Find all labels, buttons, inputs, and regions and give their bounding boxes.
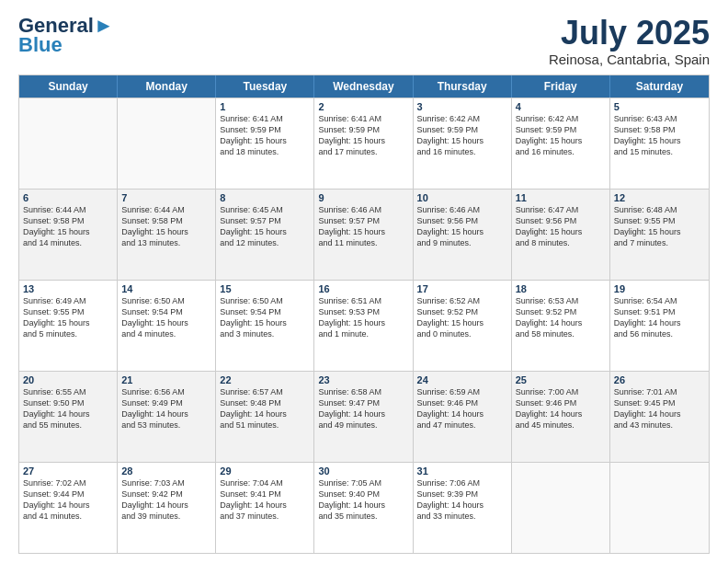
calendar-cell: 5Sunrise: 6:43 AM Sunset: 9:58 PM Daylig…: [610, 98, 709, 189]
day-number: 27: [23, 465, 113, 477]
cell-info: Sunrise: 6:42 AM Sunset: 9:59 PM Dayligh…: [516, 113, 606, 158]
calendar-cell: [19, 98, 118, 189]
day-number: 5: [614, 101, 705, 112]
calendar-cell: 29Sunrise: 7:04 AM Sunset: 9:41 PM Dayli…: [216, 463, 314, 553]
day-number: 3: [417, 101, 507, 112]
weekday-header: Wednesday: [314, 75, 413, 98]
day-number: 19: [614, 283, 705, 294]
calendar-cell: 8Sunrise: 6:45 AM Sunset: 9:57 PM Daylig…: [216, 190, 314, 280]
cell-info: Sunrise: 6:43 AM Sunset: 9:58 PM Dayligh…: [614, 113, 705, 158]
calendar-cell: 28Sunrise: 7:03 AM Sunset: 9:42 PM Dayli…: [118, 463, 216, 553]
cell-info: Sunrise: 6:50 AM Sunset: 9:54 PM Dayligh…: [121, 295, 211, 340]
day-number: 20: [23, 374, 113, 385]
logo-blue: Blue: [18, 33, 63, 57]
cell-info: Sunrise: 6:44 AM Sunset: 9:58 PM Dayligh…: [23, 204, 113, 249]
calendar-cell: 26Sunrise: 7:01 AM Sunset: 9:45 PM Dayli…: [610, 372, 709, 462]
day-number: 12: [614, 192, 705, 203]
cell-info: Sunrise: 6:56 AM Sunset: 9:49 PM Dayligh…: [121, 386, 211, 431]
day-number: 26: [614, 374, 705, 385]
day-number: 29: [220, 465, 310, 477]
calendar-cell: 11Sunrise: 6:47 AM Sunset: 9:56 PM Dayli…: [512, 190, 610, 280]
calendar-cell: 2Sunrise: 6:41 AM Sunset: 9:59 PM Daylig…: [314, 98, 413, 189]
day-number: 22: [220, 374, 310, 385]
cell-info: Sunrise: 6:45 AM Sunset: 9:57 PM Dayligh…: [220, 204, 310, 249]
day-number: 15: [220, 283, 310, 294]
cell-info: Sunrise: 7:00 AM Sunset: 9:46 PM Dayligh…: [516, 386, 606, 431]
cell-info: Sunrise: 7:04 AM Sunset: 9:41 PM Dayligh…: [220, 477, 310, 523]
calendar-cell: 18Sunrise: 6:53 AM Sunset: 9:52 PM Dayli…: [512, 281, 610, 371]
day-number: 18: [516, 283, 606, 294]
weekday-header: Tuesday: [216, 75, 314, 98]
cell-info: Sunrise: 6:44 AM Sunset: 9:58 PM Dayligh…: [121, 204, 211, 249]
cell-info: Sunrise: 6:52 AM Sunset: 9:52 PM Dayligh…: [417, 295, 507, 340]
cell-info: Sunrise: 6:42 AM Sunset: 9:59 PM Dayligh…: [417, 113, 507, 158]
cell-info: Sunrise: 6:48 AM Sunset: 9:55 PM Dayligh…: [614, 204, 705, 249]
day-number: 7: [121, 192, 211, 203]
calendar-cell: [118, 98, 216, 189]
weekday-header: Thursday: [414, 75, 512, 98]
calendar-row: 20Sunrise: 6:55 AM Sunset: 9:50 PM Dayli…: [19, 371, 709, 462]
day-number: 28: [121, 465, 211, 477]
weekday-header: Saturday: [610, 75, 709, 98]
logo: General► Blue: [18, 15, 114, 57]
calendar-cell: 30Sunrise: 7:05 AM Sunset: 9:40 PM Dayli…: [314, 463, 413, 553]
calendar-row: 6Sunrise: 6:44 AM Sunset: 9:58 PM Daylig…: [19, 189, 709, 280]
calendar-cell: 23Sunrise: 6:58 AM Sunset: 9:47 PM Dayli…: [314, 372, 413, 462]
cell-info: Sunrise: 6:41 AM Sunset: 9:59 PM Dayligh…: [220, 113, 310, 158]
page: General► Blue July 2025 Reinosa, Cantabr…: [0, 0, 728, 563]
day-number: 11: [516, 192, 606, 203]
day-number: 1: [220, 101, 310, 112]
day-number: 8: [220, 192, 310, 203]
calendar-cell: 4Sunrise: 6:42 AM Sunset: 9:59 PM Daylig…: [512, 98, 610, 189]
calendar-cell: 25Sunrise: 7:00 AM Sunset: 9:46 PM Dayli…: [512, 372, 610, 462]
cell-info: Sunrise: 6:59 AM Sunset: 9:46 PM Dayligh…: [417, 386, 507, 431]
cell-info: Sunrise: 6:51 AM Sunset: 9:53 PM Dayligh…: [318, 295, 408, 340]
calendar-cell: 22Sunrise: 6:57 AM Sunset: 9:48 PM Dayli…: [216, 372, 314, 462]
cell-info: Sunrise: 7:03 AM Sunset: 9:42 PM Dayligh…: [121, 477, 211, 523]
cell-info: Sunrise: 6:54 AM Sunset: 9:51 PM Dayligh…: [614, 295, 705, 340]
calendar-cell: 12Sunrise: 6:48 AM Sunset: 9:55 PM Dayli…: [610, 190, 709, 280]
day-number: 21: [121, 374, 211, 385]
cell-info: Sunrise: 6:49 AM Sunset: 9:55 PM Dayligh…: [23, 295, 113, 340]
cell-info: Sunrise: 7:02 AM Sunset: 9:44 PM Dayligh…: [23, 477, 113, 523]
cell-info: Sunrise: 6:47 AM Sunset: 9:56 PM Dayligh…: [516, 204, 606, 249]
calendar-cell: 13Sunrise: 6:49 AM Sunset: 9:55 PM Dayli…: [19, 281, 118, 371]
calendar-cell: 19Sunrise: 6:54 AM Sunset: 9:51 PM Dayli…: [610, 281, 709, 371]
calendar: SundayMondayTuesdayWednesdayThursdayFrid…: [18, 75, 710, 554]
calendar-cell: 6Sunrise: 6:44 AM Sunset: 9:58 PM Daylig…: [19, 190, 118, 280]
cell-info: Sunrise: 6:46 AM Sunset: 9:57 PM Dayligh…: [318, 204, 408, 249]
calendar-body: 1Sunrise: 6:41 AM Sunset: 9:59 PM Daylig…: [19, 98, 709, 553]
calendar-cell: 9Sunrise: 6:46 AM Sunset: 9:57 PM Daylig…: [314, 190, 413, 280]
day-number: 24: [417, 374, 507, 385]
calendar-cell: 24Sunrise: 6:59 AM Sunset: 9:46 PM Dayli…: [414, 372, 512, 462]
cell-info: Sunrise: 6:50 AM Sunset: 9:54 PM Dayligh…: [220, 295, 310, 340]
calendar-row: 1Sunrise: 6:41 AM Sunset: 9:59 PM Daylig…: [19, 98, 709, 189]
cell-info: Sunrise: 6:53 AM Sunset: 9:52 PM Dayligh…: [516, 295, 606, 340]
day-number: 9: [318, 192, 408, 203]
calendar-cell: [512, 463, 610, 553]
calendar-cell: 17Sunrise: 6:52 AM Sunset: 9:52 PM Dayli…: [414, 281, 512, 371]
calendar-cell: 3Sunrise: 6:42 AM Sunset: 9:59 PM Daylig…: [414, 98, 512, 189]
cell-info: Sunrise: 6:55 AM Sunset: 9:50 PM Dayligh…: [23, 386, 113, 431]
weekday-header: Friday: [512, 75, 610, 98]
calendar-cell: 27Sunrise: 7:02 AM Sunset: 9:44 PM Dayli…: [19, 463, 118, 553]
month-title: July 2025: [549, 15, 710, 52]
calendar-cell: 21Sunrise: 6:56 AM Sunset: 9:49 PM Dayli…: [118, 372, 216, 462]
cell-info: Sunrise: 7:01 AM Sunset: 9:45 PM Dayligh…: [614, 386, 705, 431]
weekday-header: Monday: [118, 75, 216, 98]
cell-info: Sunrise: 6:58 AM Sunset: 9:47 PM Dayligh…: [318, 386, 408, 431]
location: Reinosa, Cantabria, Spain: [549, 52, 710, 67]
calendar-cell: 7Sunrise: 6:44 AM Sunset: 9:58 PM Daylig…: [118, 190, 216, 280]
day-number: 17: [417, 283, 507, 294]
calendar-cell: [610, 463, 709, 553]
day-number: 31: [417, 465, 507, 477]
cell-info: Sunrise: 6:41 AM Sunset: 9:59 PM Dayligh…: [318, 113, 408, 158]
calendar-cell: 16Sunrise: 6:51 AM Sunset: 9:53 PM Dayli…: [314, 281, 413, 371]
day-number: 25: [516, 374, 606, 385]
day-number: 30: [318, 465, 408, 477]
calendar-cell: 20Sunrise: 6:55 AM Sunset: 9:50 PM Dayli…: [19, 372, 118, 462]
weekday-header: Sunday: [19, 75, 118, 98]
calendar-cell: 14Sunrise: 6:50 AM Sunset: 9:54 PM Dayli…: [118, 281, 216, 371]
calendar-cell: 1Sunrise: 6:41 AM Sunset: 9:59 PM Daylig…: [216, 98, 314, 189]
day-number: 14: [121, 283, 211, 294]
